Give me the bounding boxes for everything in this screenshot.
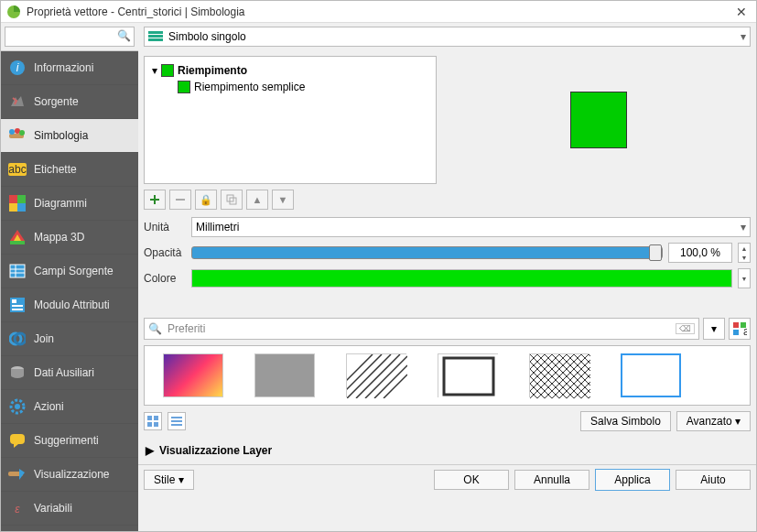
- svg-rect-30: [148, 31, 163, 34]
- color-picker[interactable]: [191, 269, 732, 288]
- sidebar-item-azioni[interactable]: Azioni: [1, 390, 138, 424]
- favorites-row: 🔍 Preferiti ⌫ ▾ a: [144, 318, 751, 340]
- symbol-tree[interactable]: ▾ Riempimento Riempimento semplice: [144, 56, 437, 184]
- sidebar-search-row: 🔍: [1, 23, 138, 51]
- fill-swatch-icon: [161, 64, 174, 77]
- tree-root-row[interactable]: ▾ Riempimento: [150, 62, 430, 79]
- sidebar-item-aux[interactable]: Dati Ausiliari: [1, 356, 138, 390]
- svg-rect-32: [148, 38, 163, 41]
- slider-thumb[interactable]: [649, 244, 662, 261]
- opacity-slider[interactable]: [191, 246, 663, 259]
- svg-rect-55: [171, 417, 182, 418]
- move-up-button[interactable]: ▲: [246, 190, 268, 210]
- opacity-spinbox[interactable]: 100,0 %: [668, 243, 732, 263]
- sidebar-item-visualizzazione[interactable]: Visualizzazione: [1, 458, 138, 492]
- opacity-label: Opacità: [144, 246, 186, 259]
- symbol-props: Unità Millimetri ▾ Opacità 100,0 % ▲▼ Co…: [138, 210, 756, 296]
- svg-text:abc: abc: [8, 163, 26, 176]
- opacity-row: Opacità 100,0 % ▲▼: [144, 243, 751, 263]
- symbol-mode-select[interactable]: Simbolo singolo ▾: [144, 27, 751, 47]
- sidebar-item-informazioni[interactable]: i Informazioni: [1, 51, 138, 85]
- sidebar-item-modulo[interactable]: Modulo Attributi: [1, 288, 138, 322]
- sidebar-item-label: Join: [34, 332, 54, 345]
- sidebar-item-campi[interactable]: Campi Sorgente: [1, 255, 138, 288]
- remove-layer-button[interactable]: [169, 190, 191, 210]
- advanced-button[interactable]: Avanzato ▾: [676, 411, 751, 431]
- aux-icon: [8, 364, 27, 382]
- single-symbol-icon: [148, 30, 163, 43]
- sidebar-item-simbologia[interactable]: Simbologia: [1, 119, 138, 153]
- gallery-item[interactable]: [438, 353, 498, 397]
- ok-button[interactable]: OK: [434, 470, 509, 490]
- style-manager-button[interactable]: a: [729, 318, 751, 340]
- save-symbol-button[interactable]: Salva Simbolo: [580, 411, 671, 431]
- sidebar-item-variabili[interactable]: ε Variabili: [1, 492, 138, 526]
- app-icon: [6, 5, 21, 19]
- style-button[interactable]: Stile ▾: [144, 470, 194, 490]
- svg-rect-37: [733, 330, 739, 335]
- svg-rect-12: [17, 203, 26, 212]
- duplicate-layer-button[interactable]: [221, 190, 243, 210]
- gallery-item[interactable]: [529, 353, 589, 397]
- gallery-item[interactable]: [163, 353, 223, 397]
- apply-button[interactable]: Applica: [595, 469, 670, 491]
- sidebar-item-mappa3d[interactable]: Mappa 3D: [1, 221, 138, 255]
- favorites-filter-button[interactable]: ▾: [703, 318, 725, 340]
- sidebar-item-label: Sorgente: [34, 95, 79, 108]
- clear-icon[interactable]: ⌫: [676, 323, 695, 334]
- svg-rect-10: [17, 195, 26, 203]
- sidebar-item-label: Dati Ausiliari: [34, 366, 94, 379]
- svg-text:ε: ε: [15, 503, 20, 516]
- svg-rect-57: [171, 424, 182, 426]
- tree-child-label: Riempimento semplice: [194, 81, 305, 93]
- gallery-item[interactable]: [346, 353, 406, 397]
- symbol-preview: [446, 56, 751, 184]
- help-label: Aiuto: [700, 473, 725, 486]
- sidebar-item-label: Mappa 3D: [34, 231, 84, 244]
- close-button[interactable]: ✕: [732, 5, 751, 19]
- opacity-spin-arrows[interactable]: ▲▼: [738, 243, 751, 263]
- move-down-button[interactable]: ▼: [272, 190, 294, 210]
- tree-child-row[interactable]: Riempimento semplice: [176, 79, 430, 95]
- sidebar-search-input[interactable]: [5, 27, 135, 47]
- icon-view-button[interactable]: [144, 412, 162, 430]
- gallery-item[interactable]: [254, 353, 315, 397]
- map3d-icon: [8, 228, 27, 246]
- help-button[interactable]: Aiuto: [676, 470, 751, 490]
- sidebar-item-suggerimenti[interactable]: Suggerimenti: [1, 424, 138, 458]
- chevron-down-icon: ▾: [741, 30, 746, 43]
- cancel-button[interactable]: Annulla: [514, 470, 589, 490]
- symbol-layer-toolbar: 🔒 ▲ ▼: [138, 190, 756, 210]
- list-view-button[interactable]: [168, 412, 186, 430]
- svg-rect-54: [154, 422, 158, 427]
- sidebar-item-label: Visualizzazione: [34, 468, 110, 481]
- svg-rect-52: [154, 416, 158, 420]
- fill-swatch-icon: [178, 81, 190, 93]
- svg-rect-35: [733, 322, 739, 328]
- color-label: Colore: [144, 272, 186, 285]
- join-icon: [8, 330, 27, 348]
- symbol-gallery[interactable]: [144, 345, 751, 406]
- sidebar-item-diagrammi[interactable]: Diagrammi: [1, 187, 138, 221]
- chevron-down-icon: ▾: [741, 221, 746, 233]
- expander-label: Visualizzazione Layer: [159, 444, 272, 457]
- tips-icon: [8, 431, 27, 450]
- apply-label: Applica: [614, 473, 650, 486]
- info-icon: i: [8, 59, 27, 77]
- layer-rendering-expander[interactable]: ▶ Visualizzazione Layer: [138, 437, 756, 464]
- lock-layer-button[interactable]: 🔒: [195, 190, 217, 210]
- add-layer-button[interactable]: [144, 190, 166, 210]
- color-menu-button[interactable]: ▼: [738, 268, 751, 288]
- gallery-item[interactable]: [621, 353, 681, 397]
- sidebar-item-etichette[interactable]: abc Etichette: [1, 153, 138, 187]
- favorites-search[interactable]: 🔍 Preferiti ⌫: [144, 318, 699, 340]
- variables-icon: ε: [8, 499, 27, 517]
- unit-row: Unità Millimetri ▾: [144, 217, 751, 237]
- window-title: Proprietà vettore - Centri_storici | Sim…: [27, 5, 732, 18]
- svg-rect-20: [12, 305, 23, 307]
- labels-icon: abc: [8, 160, 27, 179]
- collapse-icon: ▾: [152, 64, 157, 77]
- unit-select[interactable]: Millimetri ▾: [191, 217, 751, 237]
- sidebar-item-join[interactable]: Join: [1, 322, 138, 356]
- sidebar-item-sorgente[interactable]: Sorgente: [1, 85, 138, 119]
